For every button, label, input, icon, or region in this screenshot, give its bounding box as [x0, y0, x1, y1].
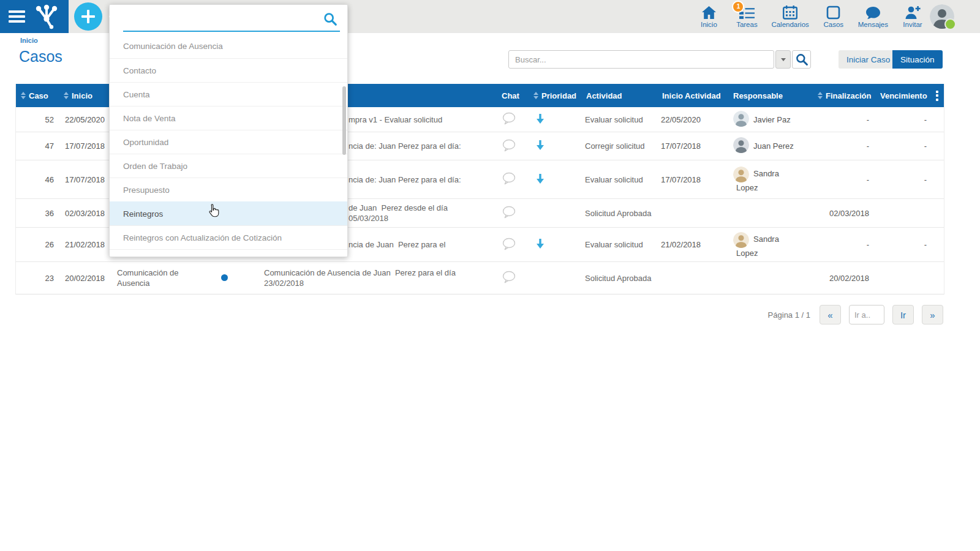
assignee-name: Sandra: [753, 234, 779, 244]
nav-item-mensajes[interactable]: Mensajes: [858, 3, 888, 28]
chat-icon[interactable]: [502, 211, 516, 220]
sort-icon: [64, 92, 69, 99]
col-header-responsable[interactable]: Responsable: [728, 84, 813, 107]
hamburger-menu-icon[interactable]: [9, 8, 25, 25]
dropdown-scrollbar-thumb[interactable]: [342, 86, 346, 155]
col-header-chat[interactable]: Chat: [497, 84, 529, 107]
invite-icon: [905, 3, 921, 20]
search-input[interactable]: [508, 50, 774, 69]
menu-item-oportunidad[interactable]: Oportunidad: [110, 130, 347, 154]
cell-responsable: Javier Paz: [728, 111, 813, 129]
nav-shortcuts: Inicio1TareasCalendariosCasosMensajesInv…: [695, 3, 926, 28]
sort-icon: [818, 92, 823, 99]
col-header-inicio[interactable]: Inicio: [59, 84, 114, 107]
assignee-name: Javier Paz: [753, 115, 791, 124]
cell-prioridad: [529, 239, 581, 250]
nav-item-invitar[interactable]: Invitar: [899, 3, 926, 28]
cell-chat: [497, 271, 529, 285]
cell-prioridad: [529, 140, 581, 152]
chat-icon[interactable]: [502, 144, 516, 154]
new-case-dropdown: Comunicación de AusenciaContactoCuentaNo…: [109, 4, 348, 257]
nav-item-label: Mensajes: [858, 21, 888, 28]
cell-caso: 36: [16, 209, 59, 218]
sort-icon: [533, 92, 538, 99]
col-header-label: Chat: [502, 91, 519, 100]
menu-item-nota-de-venta[interactable]: Nota de Venta: [110, 106, 347, 130]
chevron-down-icon: [781, 58, 786, 61]
nav-item-label: Calendarios: [771, 21, 809, 28]
chat-icon[interactable]: [502, 243, 516, 252]
chat-icon[interactable]: [502, 276, 516, 285]
cell-inicio-actividad: 17/07/2018: [657, 141, 728, 151]
user-avatar[interactable]: [930, 4, 954, 29]
column-menu-icon[interactable]: [936, 91, 938, 101]
cell-inicio: 20/02/2018: [59, 274, 114, 283]
last-page-button[interactable]: »: [922, 305, 943, 324]
cell-actividad: Evaluar solicitud: [581, 114, 657, 125]
cell-inicio: 21/02/2018: [59, 240, 114, 249]
menu-item-comunicacion-de-ausencia[interactable]: Comunicación de Ausencia: [110, 34, 347, 58]
col-header-actividad[interactable]: Actividad: [581, 84, 657, 107]
avatar: [733, 234, 753, 244]
cell-responsable: Juan Perez: [728, 137, 813, 155]
menu-item-contacto[interactable]: Contacto: [110, 58, 347, 82]
menu-item-presupuesto[interactable]: Presupuesto: [110, 178, 347, 201]
goto-page-input[interactable]: [849, 305, 884, 324]
cell-inicio: 22/05/2020: [59, 115, 114, 124]
priority-low-icon: [537, 241, 544, 250]
col-header-inicio-actividad[interactable]: Inicio Actividad: [657, 84, 728, 107]
cell-inicio: 17/07/2018: [59, 141, 114, 151]
menu-item-reintegros[interactable]: Reintegros: [110, 201, 347, 225]
page-title: Casos: [19, 48, 62, 66]
cell-caso: 46: [16, 175, 59, 184]
nav-item-inicio[interactable]: Inicio: [695, 3, 722, 28]
search-icon: [795, 53, 809, 66]
cell-vencimiento: -: [875, 240, 934, 249]
pagination-bar: Página 1 / 1 « Ir »: [15, 305, 943, 324]
dropdown-item-list: Comunicación de AusenciaContactoCuentaNo…: [110, 34, 347, 257]
col-header-label: Actividad: [586, 91, 622, 100]
chat-icon[interactable]: [502, 118, 516, 127]
new-case-button[interactable]: [74, 2, 102, 31]
menu-item-reintegros-con-solicitud[interactable]: Reintegros con Solicitud: [110, 249, 347, 257]
nav-item-label: Invitar: [903, 21, 922, 28]
chat-icon[interactable]: [502, 178, 516, 187]
cell-inicio-actividad: 21/02/2018: [657, 240, 728, 249]
avatar: [733, 169, 753, 178]
start-case-button[interactable]: Iniciar Caso: [839, 50, 898, 69]
dropdown-search-input[interactable]: [123, 7, 309, 28]
nav-item-calendarios[interactable]: Calendarios: [771, 3, 809, 28]
table-row-caso-23[interactable]: 2320/02/2018Comunicación de AusenciaComu…: [16, 261, 944, 294]
search-options-toggle[interactable]: [775, 50, 791, 69]
col-header-finalizacion[interactable]: Finalización: [813, 84, 875, 107]
cases-icon: [826, 3, 840, 20]
cell-actividad: Solicitud Aprobada: [581, 208, 657, 219]
nav-item-label: Inicio: [701, 21, 717, 28]
col-header-vencimiento[interactable]: Vencimiento: [875, 84, 934, 107]
nav-item-label: Casos: [823, 21, 843, 28]
col-header-caso[interactable]: Caso: [16, 84, 59, 107]
go-button[interactable]: Ir: [892, 305, 914, 324]
assignee: SandraLopez: [733, 232, 813, 258]
nav-item-tareas[interactable]: 1Tareas: [733, 3, 760, 28]
cell-inicio-actividad: 22/05/2020: [657, 115, 728, 124]
menu-item-reintegros-con-actualizacion-de-cotizacion[interactable]: Reintegros con Actualización de Cotizaci…: [110, 225, 347, 249]
search-button[interactable]: [792, 50, 811, 69]
assignee: Javier Paz: [733, 111, 813, 129]
cell-responsable: SandraLopez: [728, 232, 813, 258]
nav-item-casos[interactable]: Casos: [820, 3, 847, 28]
cell-finalizacion: -: [813, 115, 875, 124]
app-logo-icon[interactable]: [32, 4, 61, 29]
cell-finalizacion: -: [813, 175, 875, 184]
cell-vencimiento: -: [875, 175, 934, 184]
cell-inicio: 17/07/2018: [59, 175, 114, 184]
menu-item-orden-de-trabajo[interactable]: Orden de Trabajo: [110, 154, 347, 178]
nav-item-label: Tareas: [736, 21, 758, 28]
col-header-prioridad[interactable]: Prioridad: [529, 84, 581, 107]
menu-item-cuenta[interactable]: Cuenta: [110, 82, 347, 106]
cell-caso: 26: [16, 240, 59, 249]
cell-actividad: Corregir solicitud: [581, 141, 657, 151]
breadcrumb[interactable]: Inicio: [20, 37, 38, 44]
situation-button[interactable]: Situación: [892, 50, 943, 69]
first-page-button[interactable]: «: [820, 305, 841, 324]
